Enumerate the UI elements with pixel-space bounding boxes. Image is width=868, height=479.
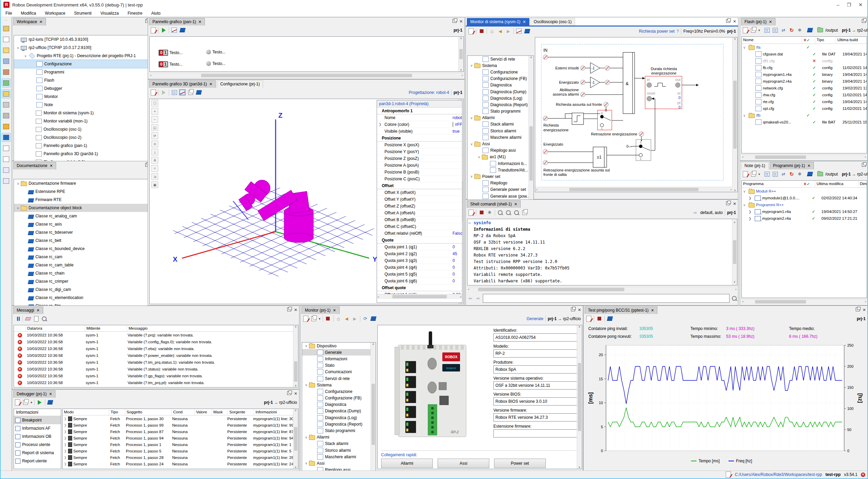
tab-sysm[interactable]: Monitor di sistema (sysm-1)✕: [467, 18, 529, 26]
property-row[interactable]: Quota joint 5 (qj5)0: [377, 271, 462, 278]
close-icon[interactable]: ✕: [294, 308, 297, 312]
expander-icon[interactable]: ❯: [749, 196, 753, 200]
property-row[interactable]: Offset A (offsetA): [377, 210, 462, 216]
property-row[interactable]: Offset Y (offsetY): [377, 196, 462, 203]
expander-icon[interactable]: ∨: [469, 116, 474, 120]
column-header[interactable]: Valore: [195, 409, 212, 415]
tree-item[interactable]: Note: [14, 101, 156, 109]
tree-item[interactable]: Servizi di rete: [468, 56, 534, 62]
quick-button-assi[interactable]: Assi: [438, 459, 489, 468]
refresh-icon[interactable]: ⟳: [362, 316, 369, 322]
tree-item[interactable]: Programmi: [14, 68, 156, 76]
help-book-icon[interactable]: [524, 28, 530, 34]
column-header[interactable]: Soggetto: [125, 409, 172, 415]
field-input[interactable]: RP-2: [493, 349, 578, 358]
tab-configurazione-prj1[interactable]: Configurazione (prj-1): [217, 80, 263, 88]
message-row[interactable]: ✕10/03/2022 10:36:58sysm-1Variabile (?.p…: [14, 352, 298, 359]
expander-icon[interactable]: ∨: [304, 383, 309, 387]
tree-item[interactable]: Classe rc_analog_cam: [14, 212, 156, 220]
help-book-icon[interactable]: [807, 171, 813, 177]
tree-item[interactable]: Diagnostica (Dump): [468, 88, 534, 95]
notebook-icon[interactable]: [468, 210, 474, 216]
error-badge[interactable]: ✕: [861, 473, 865, 477]
menu-strumenti[interactable]: Strumenti: [74, 11, 92, 16]
field-input[interactable]: Robox RTE versione 34.27.3: [493, 413, 578, 422]
dropdown-icon[interactable]: ▾: [758, 29, 760, 32]
window-next-icon[interactable]: [2, 144, 11, 153]
forward-icon[interactable]: ▶: [352, 316, 358, 322]
float-icon[interactable]: [856, 308, 860, 311]
float-icon[interactable]: [862, 19, 866, 23]
expander-icon[interactable]: ❯: [379, 122, 381, 126]
expander-icon[interactable]: ∨: [469, 64, 474, 67]
zoom-fit-icon[interactable]: ◱: [151, 124, 158, 131]
close-icon[interactable]: ✕: [863, 308, 866, 312]
expander-icon[interactable]: ∨: [469, 175, 474, 178]
property-value[interactable]: 0: [453, 279, 455, 283]
tree-item[interactable]: Firmware RTE: [14, 196, 156, 204]
property-row[interactable]: Posizione Z (posZ): [377, 155, 462, 162]
dropdown-icon[interactable]: ▾: [31, 401, 32, 404]
tab-messaggi[interactable]: Messaggi✕: [13, 307, 43, 314]
help-book-icon[interactable]: [371, 316, 377, 322]
tree-item[interactable]: ∨Dispositivo: [302, 343, 376, 349]
tree-item[interactable]: Diagnostica: [468, 82, 534, 88]
page-icon[interactable]: [33, 316, 39, 322]
property-row[interactable]: Offset joint 1 (oj1)0.00: [377, 291, 462, 294]
tree-item[interactable]: Generale asse (pow...: [468, 193, 534, 199]
property-value[interactable]: true: [453, 129, 460, 134]
close-icon[interactable]: ✕: [733, 19, 736, 24]
property-row[interactable]: Quota joint 4 (qj4)0: [377, 264, 462, 271]
column-header[interactable]: Data/ora: [26, 325, 85, 331]
breakpoint-row[interactable]: ❯SempreFetchProcesso 1, passo 30NessunaP…: [63, 415, 298, 422]
forward-icon[interactable]: ▶: [505, 28, 511, 34]
breakpoint-row[interactable]: ❯SempreFetchProcesso 1, passo 28NessunaP…: [63, 454, 298, 461]
property-row[interactable]: Offset Z (offsetZ): [377, 203, 462, 210]
expander-icon[interactable]: ❯: [749, 217, 753, 220]
tree-item[interactable]: Diagnostica (Report): [302, 421, 376, 427]
tab-flash[interactable]: Flash (prj-1)✕: [741, 18, 775, 26]
help-book-icon[interactable]: [47, 399, 53, 406]
expander-icon[interactable]: ∨: [304, 344, 309, 348]
expander-icon[interactable]: ∨: [469, 142, 474, 146]
message-row[interactable]: ✕10/03/2022 10:36:58sysm-1Variabile (?.s…: [14, 366, 298, 373]
float-icon[interactable]: [571, 308, 575, 311]
dropdown-icon[interactable]: ▾: [319, 317, 321, 320]
debugger-category[interactable]: Breakpoint: [14, 416, 61, 424]
edit-icon[interactable]: [187, 89, 194, 96]
column-header[interactable]: [14, 325, 26, 331]
zoom-out-icon[interactable]: −: [151, 116, 158, 123]
property-row[interactable]: Nomerobot-4: [377, 114, 462, 121]
mail-icon[interactable]: [2, 89, 11, 98]
quick-button-power-set[interactable]: Power set: [494, 459, 546, 468]
breakpoint-row[interactable]: ❯SempreFetchProcesso 1, passo 94NessunaP…: [63, 435, 298, 441]
tree-item[interactable]: Diagnostica (Report): [468, 101, 534, 108]
file-row[interactable]: xpl.cfg✓config11/02/2021 14:29:16: [742, 105, 867, 112]
build-all-icon[interactable]: [764, 27, 770, 33]
breakpoint-row[interactable]: ❯SempreFetchProcesso 1, passo 87NessunaP…: [63, 428, 298, 435]
expander-icon[interactable]: ∨: [476, 155, 482, 159]
tree-item[interactable]: Stato: [302, 362, 376, 369]
close-icon[interactable]: ✕: [459, 19, 463, 24]
reset-icon[interactable]: ↻: [789, 27, 795, 33]
notebook-icon[interactable]: [302, 316, 309, 322]
search-up-icon[interactable]: [505, 210, 511, 216]
property-row[interactable]: Offset C (offsetC): [377, 223, 462, 230]
help-book-icon[interactable]: [179, 27, 185, 33]
property-row[interactable]: Quota joint 6 (qj6)0: [377, 278, 462, 284]
dropdown-icon[interactable]: ▾: [758, 172, 760, 176]
output-folder-icon[interactable]: [817, 171, 823, 177]
tree-item[interactable]: Classe rc_cam_table: [14, 261, 156, 269]
build-all-icon[interactable]: [764, 171, 770, 177]
file-row[interactable]: cfgsave.dat✓file DAT19/04/2021 14:23:33: [742, 51, 867, 57]
package-icon[interactable]: [2, 24, 11, 33]
tree-item[interactable]: Diagnostica (Log): [302, 414, 376, 421]
help-book-icon[interactable]: [196, 89, 202, 96]
tree-item[interactable]: Flash: [14, 76, 156, 84]
expander-icon[interactable]: ∨: [743, 203, 747, 207]
tree-item[interactable]: Riepilogo assi: [468, 147, 534, 154]
build-icon[interactable]: [772, 171, 779, 177]
expander-icon[interactable]: ❯: [64, 436, 67, 440]
program-row[interactable]: ∨Moduli R++: [742, 188, 867, 195]
sync-icon[interactable]: ⇄: [781, 171, 787, 177]
